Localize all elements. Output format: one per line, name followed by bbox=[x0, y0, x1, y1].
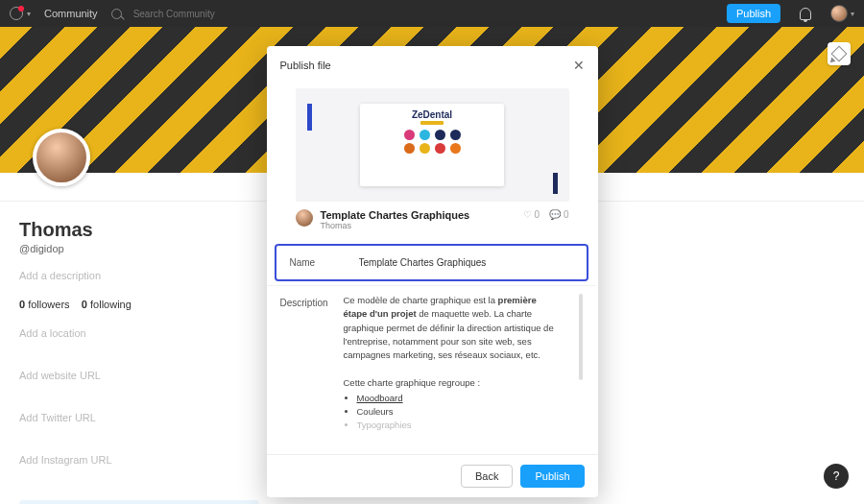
color-swatch bbox=[435, 130, 445, 140]
modal-header: Publish file ✕ bbox=[267, 46, 598, 79]
preview-brand: ZeDental bbox=[412, 109, 452, 120]
close-icon[interactable]: ✕ bbox=[573, 58, 585, 73]
publish-modal: Publish file ✕ ZeDental Template Chartes… bbox=[267, 46, 598, 497]
comment-icon: 💬 bbox=[549, 209, 561, 220]
swatch-row bbox=[404, 130, 461, 140]
color-swatch bbox=[404, 143, 415, 154]
name-input[interactable] bbox=[353, 253, 573, 272]
file-stats: ♡ 0 💬 0 bbox=[523, 209, 569, 220]
preview-area: ZeDental bbox=[267, 79, 598, 205]
back-button[interactable]: Back bbox=[461, 465, 513, 488]
name-row: Name bbox=[276, 246, 587, 279]
modal-title: Publish file bbox=[280, 60, 331, 71]
color-swatch bbox=[404, 130, 415, 140]
modal-footer: Back Publish bbox=[267, 454, 598, 497]
color-swatch bbox=[435, 143, 445, 154]
top-bar: ▾ Community Publish ▾ bbox=[0, 0, 864, 27]
name-row-highlight: Name bbox=[275, 244, 588, 281]
swatch-row bbox=[404, 143, 461, 154]
description-row: Description Ce modèle de charte graphiqu… bbox=[267, 285, 596, 441]
file-title: Template Chartes Graphiques bbox=[321, 209, 470, 221]
chevron-down-icon: ▾ bbox=[851, 10, 854, 18]
search-input[interactable] bbox=[128, 5, 262, 23]
file-meta: Template Chartes Graphiques Thomas ♡ 0 💬… bbox=[267, 205, 598, 240]
preview-underline bbox=[420, 121, 444, 125]
file-author: Thomas bbox=[321, 221, 470, 230]
scrollbar[interactable] bbox=[579, 294, 583, 380]
followers-count: 0 bbox=[19, 299, 25, 310]
name-label: Name bbox=[290, 253, 344, 268]
bell-icon[interactable] bbox=[800, 8, 811, 20]
description-label: Description bbox=[280, 294, 334, 433]
moodboard-link[interactable]: Moodboard bbox=[357, 393, 403, 403]
decorative-bar bbox=[553, 173, 558, 194]
help-button[interactable]: ? bbox=[824, 464, 849, 489]
publish-button[interactable]: Publish bbox=[727, 4, 780, 23]
section-title[interactable]: Community bbox=[44, 8, 98, 19]
search-icon bbox=[111, 9, 122, 19]
following-count: 0 bbox=[82, 299, 87, 310]
pencil-icon bbox=[831, 46, 848, 62]
search-box[interactable] bbox=[111, 5, 262, 23]
likes: ♡ 0 bbox=[523, 209, 540, 220]
decorative-bar bbox=[307, 104, 312, 131]
description-input[interactable]: Ce modèle de charte graphique est la pre… bbox=[344, 294, 565, 433]
globe-icon bbox=[10, 7, 23, 20]
publish-button[interactable]: Publish bbox=[520, 465, 584, 488]
color-swatch bbox=[450, 143, 461, 154]
following-label: following bbox=[90, 299, 132, 310]
followers-label: followers bbox=[28, 299, 69, 310]
edit-cover-button[interactable] bbox=[828, 42, 851, 65]
color-swatch bbox=[450, 130, 461, 140]
chevron-down-icon: ▾ bbox=[27, 10, 31, 18]
color-swatch bbox=[420, 130, 430, 140]
comments: 💬 0 bbox=[549, 209, 568, 220]
globe-menu[interactable]: ▾ bbox=[10, 7, 31, 20]
avatar bbox=[296, 209, 313, 227]
preview-card: ZeDental bbox=[360, 104, 504, 186]
profile-avatar[interactable] bbox=[33, 129, 90, 186]
color-swatch bbox=[420, 143, 430, 154]
heart-icon: ♡ bbox=[523, 209, 532, 220]
visibility-notice: Your profile is visible to the public at… bbox=[19, 500, 259, 504]
avatar bbox=[830, 5, 848, 22]
user-menu[interactable]: ▾ bbox=[830, 5, 854, 22]
file-preview[interactable]: ZeDental bbox=[296, 88, 569, 202]
